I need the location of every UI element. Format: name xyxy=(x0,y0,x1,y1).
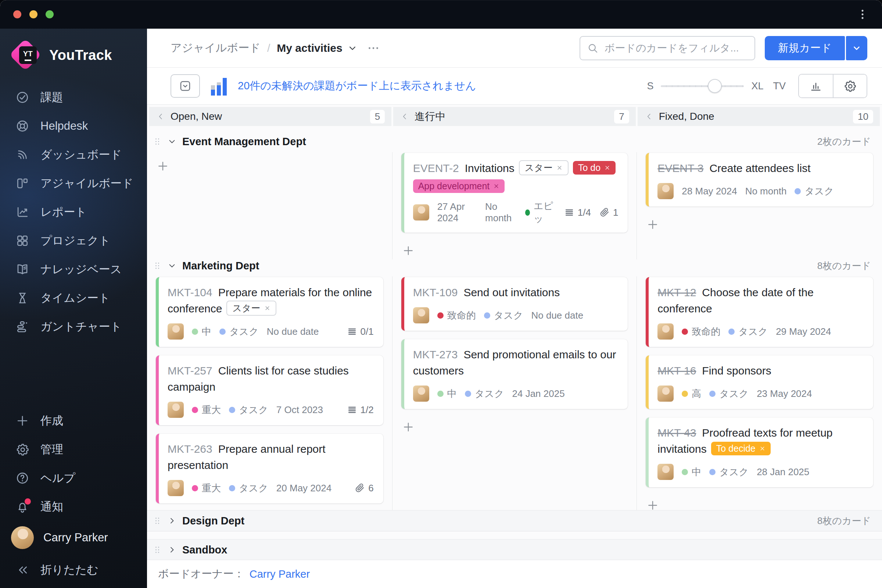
chevron-right-icon[interactable] xyxy=(167,544,177,555)
card-visibility-icon xyxy=(178,80,192,93)
board-card[interactable]: MKT-109Send out invitations致命的タスクNo due … xyxy=(401,277,628,331)
drag-handle-icon[interactable] xyxy=(153,136,162,147)
sidebar-user[interactable]: Carry Parker xyxy=(0,521,147,554)
board-card[interactable]: MKT-16Find sponsors高タスク23 May 2024 xyxy=(646,356,873,409)
chevron-down-icon[interactable] xyxy=(167,261,177,271)
sidebar-item-dashboards[interactable]: ダッシュボード xyxy=(0,140,147,169)
card-id[interactable]: MKT-257 xyxy=(168,364,212,376)
card-id[interactable]: MKT-43 xyxy=(657,427,696,439)
card-id[interactable]: MKT-263 xyxy=(168,443,212,455)
card-title: Create attendees list xyxy=(709,162,810,174)
field-chip[interactable]: App development xyxy=(413,179,505,193)
sidebar-item-reports[interactable]: レポート xyxy=(0,198,147,226)
add-card-button[interactable] xyxy=(156,159,171,174)
drag-handle-icon[interactable] xyxy=(153,544,162,556)
chevron-right-icon[interactable] xyxy=(167,516,177,526)
board-card[interactable]: MKT-263Prepare annual report presentatio… xyxy=(156,434,383,504)
field-chip[interactable]: To do xyxy=(573,161,616,175)
board-card[interactable]: MKT-104Prepare materials for the online … xyxy=(156,277,383,347)
sidebar-item-gantt-charts[interactable]: ガントチャート xyxy=(0,312,147,341)
tv-mode-button[interactable]: TV xyxy=(773,81,786,92)
card-field: タスク xyxy=(229,482,268,495)
book-icon xyxy=(15,262,29,276)
close-icon[interactable] xyxy=(493,183,500,189)
projects-icon xyxy=(15,234,29,248)
hide-orphans-button[interactable] xyxy=(171,74,200,98)
close-icon[interactable] xyxy=(264,305,270,311)
card-field: 中 xyxy=(437,387,457,400)
sidebar-item-issues[interactable]: 課題 xyxy=(0,83,147,112)
search-input[interactable] xyxy=(604,42,748,54)
sidebar-item-create[interactable]: 作成 xyxy=(0,406,147,435)
chevron-down-icon xyxy=(852,43,862,53)
card-id[interactable]: MKT-12 xyxy=(657,286,696,298)
sidebar-item-knowledge-base[interactable]: ナレッジベース xyxy=(0,255,147,284)
field-chip[interactable]: To decide xyxy=(711,442,771,455)
help-icon xyxy=(15,471,29,485)
new-card-button[interactable]: 新規カード xyxy=(765,36,845,60)
slider-thumb[interactable] xyxy=(708,79,722,93)
sidebar-item-administration[interactable]: 管理 xyxy=(0,435,147,464)
more-options-icon[interactable] xyxy=(367,42,380,55)
add-card-button[interactable] xyxy=(646,217,661,232)
board-card[interactable]: EVENT-3Create attendees list28 May 2024N… xyxy=(646,153,873,207)
swimlane-title[interactable]: Sandbox xyxy=(182,544,227,556)
board-chart-button[interactable] xyxy=(799,75,833,98)
swimlane-title[interactable]: Marketing Dept xyxy=(182,260,259,272)
agile-board-icon xyxy=(15,176,29,190)
card-id[interactable]: EVENT-2 xyxy=(413,162,459,174)
chevron-down-icon[interactable] xyxy=(167,136,177,147)
card-id[interactable]: MKT-16 xyxy=(657,364,696,376)
drag-handle-icon[interactable] xyxy=(153,515,162,526)
card-id[interactable]: MKT-109 xyxy=(413,286,458,298)
close-icon[interactable] xyxy=(759,446,765,452)
minimize-window-button[interactable] xyxy=(29,10,38,18)
card-id[interactable]: MKT-104 xyxy=(168,286,212,298)
sidebar-collapse-button[interactable]: 折りたたむ xyxy=(0,554,147,586)
close-icon[interactable] xyxy=(604,165,610,171)
drag-handle-icon[interactable] xyxy=(153,260,162,272)
board-owner-link[interactable]: Carry Parker xyxy=(249,568,310,580)
sidebar-item-projects[interactable]: プロジェクト xyxy=(0,226,147,255)
chevron-left-icon[interactable] xyxy=(644,112,654,121)
add-card-button[interactable] xyxy=(402,420,417,434)
tag-chip[interactable]: スター xyxy=(226,301,276,316)
card-size-slider[interactable] xyxy=(661,79,744,93)
new-card-dropdown-button[interactable] xyxy=(846,36,867,60)
board-title[interactable]: My activities xyxy=(277,42,342,54)
sidebar-item-notifications[interactable]: 通知 xyxy=(0,492,147,521)
card-id[interactable]: MKT-273 xyxy=(413,348,458,360)
board-card[interactable]: MKT-273Send promotional emails to our cu… xyxy=(401,339,628,409)
card-id[interactable]: EVENT-3 xyxy=(657,162,704,174)
card-field: 致命的 xyxy=(682,325,720,338)
board-card[interactable]: MKT-43Proofread texts for meetup invitat… xyxy=(646,417,873,487)
app-logo[interactable]: YT YouTrack xyxy=(0,28,147,78)
card-size-min-label: S xyxy=(647,81,653,92)
sidebar-item-label: アジャイルボード xyxy=(40,176,134,191)
card-date: 23 May 2024 xyxy=(757,388,812,399)
maximize-window-button[interactable] xyxy=(46,10,54,18)
unresolved-issues-link[interactable]: 20件の未解決の課題がボード上に表示されません xyxy=(238,79,476,93)
board-card[interactable]: EVENT-2InvitationsスターTo doApp developmen… xyxy=(401,153,628,232)
close-icon[interactable] xyxy=(556,165,562,171)
column-header: Open, New5 xyxy=(149,107,392,126)
kebab-vertical-icon[interactable] xyxy=(856,8,869,21)
sidebar-item-agile-boards[interactable]: アジャイルボード xyxy=(0,169,147,198)
chevron-left-icon[interactable] xyxy=(400,112,410,121)
slider-track[interactable] xyxy=(661,85,744,87)
board-card[interactable]: MKT-12Choose the date of the conference致… xyxy=(646,277,873,347)
board-settings-button[interactable] xyxy=(833,75,867,98)
sidebar-item-label: ガントチャート xyxy=(40,319,122,334)
card-field: エピッ xyxy=(525,200,556,225)
chevron-left-icon[interactable] xyxy=(156,112,165,121)
swimlane-title[interactable]: Event Management Dept xyxy=(182,136,306,148)
chevron-down-icon[interactable] xyxy=(347,43,358,54)
close-window-button[interactable] xyxy=(13,10,21,18)
sidebar-item-timesheets[interactable]: タイムシート xyxy=(0,284,147,312)
board-card[interactable]: MKT-257Clients list for case studies cam… xyxy=(156,356,383,425)
tag-chip[interactable]: スター xyxy=(519,160,568,175)
sidebar-item-helpdesk[interactable]: Helpdesk xyxy=(0,112,147,140)
swimlane-title[interactable]: Design Dept xyxy=(182,515,244,527)
breadcrumb-parent[interactable]: アジャイルボード xyxy=(171,40,261,56)
sidebar-item-help[interactable]: ヘルプ xyxy=(0,464,147,492)
